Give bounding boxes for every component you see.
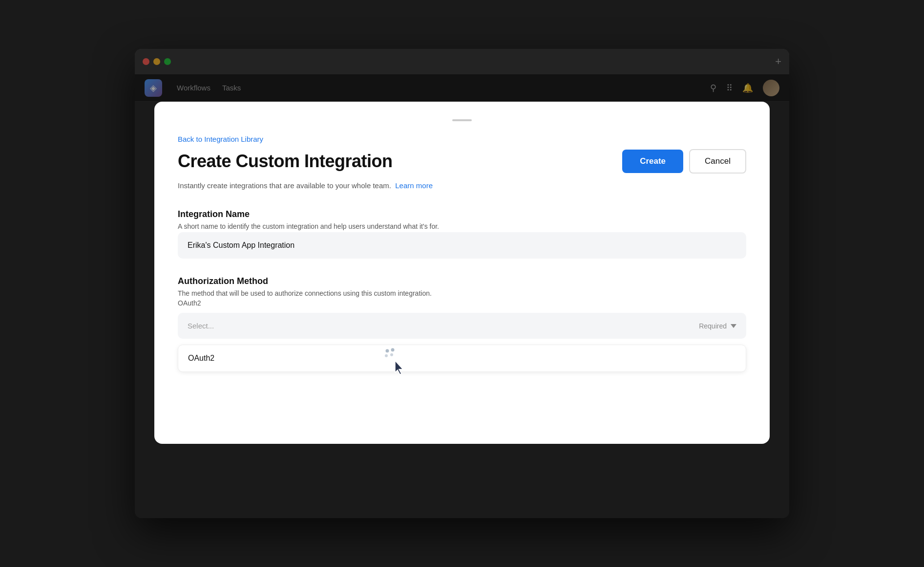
auth-method-select[interactable]: Select... Required [178,313,746,339]
modal-title: Create Custom Integration [178,151,393,172]
select-placeholder: Select... [188,322,214,330]
oauth2-option[interactable]: OAuth2 [178,345,746,372]
create-button[interactable]: Create [622,150,683,173]
svg-point-0 [386,349,389,352]
authorization-method-desc: The method that will be used to authoriz… [178,289,746,297]
drag-handle [452,119,472,121]
svg-point-2 [385,354,388,357]
integration-name-desc: A short name to identify the custom inte… [178,222,746,230]
auth-method-select-container: Select... Required [178,313,746,339]
create-integration-modal: Back to Integration Library Create Custo… [154,102,770,444]
mouse-cursor-icon [393,360,407,376]
integration-name-input[interactable] [178,232,746,259]
svg-point-1 [391,348,395,351]
integration-name-title: Integration Name [178,209,746,219]
integration-name-section: Integration Name A short name to identif… [178,209,746,259]
oauth2-option-label: OAuth2 [188,354,214,362]
modal-actions: Create Cancel [622,149,746,174]
select-required-label: Required [699,322,736,330]
authorization-method-section: Authorization Method The method that wil… [178,276,746,372]
svg-point-3 [390,353,393,356]
back-to-library-link[interactable]: Back to Integration Library [178,135,263,143]
authorization-method-label: OAuth2 [178,299,746,307]
learn-more-link[interactable]: Learn more [395,181,433,190]
chevron-down-icon [731,324,736,328]
modal-subtitle: Instantly create integrations that are a… [178,181,746,190]
modal-header: Create Custom Integration Create Cancel [178,149,746,174]
authorization-method-title: Authorization Method [178,276,746,286]
loading-spinner [383,345,398,360]
modal-overlay: Back to Integration Library Create Custo… [135,49,789,518]
mac-window: + ◈ Workflows Tasks ⚲ ⠿ 🔔 Back to Integr… [135,49,789,518]
cancel-button[interactable]: Cancel [689,149,746,174]
